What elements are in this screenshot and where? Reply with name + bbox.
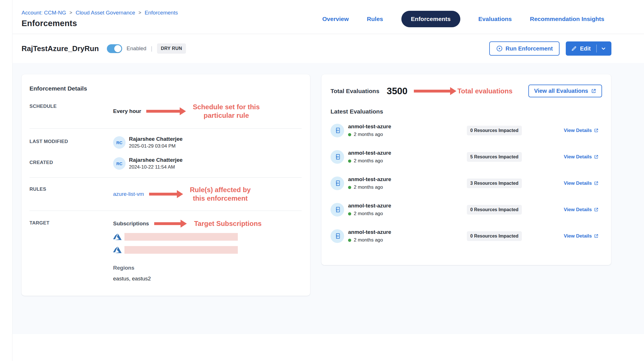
breadcrumb: Account: CCM-NG > Cloud Asset Governance… (22, 10, 178, 16)
avatar: RC (113, 157, 126, 170)
evaluation-name: anmol-test-azure (348, 229, 452, 235)
enforcement-toolbar: RajTestAzure_DryRun Enabled | DRY RUN Ru… (12, 34, 644, 63)
evaluation-time: 2 months ago (354, 184, 383, 190)
last-modified-name: Rajarshee Chatterjee (129, 136, 183, 142)
enforcement-details-card: Enforcement Details SCHEDULE Every hour … (22, 74, 310, 296)
external-link-icon (591, 88, 596, 94)
view-all-evaluations-button[interactable]: View all Evaluations (528, 85, 602, 97)
created-label: CREATED (29, 157, 113, 165)
play-circle-icon (496, 45, 503, 52)
external-link-icon (594, 154, 599, 159)
annotation-arrow (154, 222, 181, 225)
rule-link[interactable]: azure-list-vm (113, 191, 144, 197)
page-header: Account: CCM-NG > Cloud Asset Governance… (12, 0, 644, 34)
regions-label: Regions (113, 265, 262, 271)
subscription-row (113, 232, 262, 241)
page-title: Enforcements (22, 19, 178, 28)
nav-tabs: Overview Rules Enforcements Evaluations … (322, 11, 604, 27)
annotation-arrow (149, 193, 177, 196)
evaluation-row: anmol-test-azure 2 months ago 0 Resource… (328, 117, 602, 144)
breadcrumb-separator: > (139, 10, 141, 15)
evaluation-row: anmol-test-azure 2 months ago 5 Resource… (328, 144, 602, 170)
resources-impacted-badge: 0 Resources Impacted (467, 126, 522, 135)
external-link-icon (594, 234, 599, 238)
view-details-link[interactable]: View Details (564, 207, 599, 213)
evaluation-icon (331, 150, 344, 164)
breadcrumb-governance-link[interactable]: Cloud Asset Governance (76, 10, 135, 16)
run-enforcement-button[interactable]: Run Enforcement (489, 41, 560, 56)
tab-overview[interactable]: Overview (322, 16, 349, 22)
redacted-subscription-bar (124, 246, 238, 254)
schedule-value: Every hour (113, 108, 141, 114)
evaluation-row: anmol-test-azure 2 months ago 0 Resource… (328, 223, 602, 249)
view-details-link[interactable]: View Details (564, 128, 599, 133)
created-name: Rajarshee Chatterjee (129, 157, 183, 163)
total-evaluations-value: 3500 (387, 86, 407, 96)
redacted-subscription-bar (124, 233, 238, 241)
external-link-icon (594, 128, 599, 133)
resources-impacted-badge: 0 Resources Impacted (467, 205, 522, 215)
enabled-toggle[interactable] (107, 44, 122, 53)
evaluation-row: anmol-test-azure 2 months ago 3 Resource… (328, 170, 602, 196)
evaluation-time: 2 months ago (354, 132, 383, 137)
view-details-link[interactable]: View Details (564, 233, 599, 239)
view-details-link[interactable]: View Details (564, 154, 599, 160)
tab-evaluations[interactable]: Evaluations (478, 16, 512, 22)
resources-impacted-badge: 5 Resources Impacted (467, 152, 522, 162)
evaluation-time: 2 months ago (354, 158, 383, 164)
tab-recommendation-insights[interactable]: Recommendation Insights (530, 16, 604, 22)
chevron-down-icon[interactable] (601, 46, 606, 51)
enforcement-name: RajTestAzure_DryRun (22, 44, 99, 53)
tab-rules[interactable]: Rules (367, 16, 383, 22)
breadcrumb-enforcements-link[interactable]: Enforcements (145, 10, 178, 16)
avatar: RC (113, 136, 126, 149)
status-dot-icon (348, 239, 351, 242)
total-evaluations-label: Total Evaluations (331, 88, 379, 95)
evaluation-time: 2 months ago (354, 211, 383, 217)
edit-label: Edit (580, 45, 591, 52)
schedule-label: SCHEDULE (29, 103, 113, 109)
evaluation-name: anmol-test-azure (348, 123, 452, 130)
view-details-link[interactable]: View Details (564, 180, 599, 186)
last-modified-label: LAST MODIFIED (29, 136, 113, 144)
latest-evaluations-title: Latest Evaluations (331, 108, 602, 115)
status-dot-icon (348, 133, 351, 136)
total-annotation: Total evaluations (457, 87, 512, 95)
last-modified-person: RC Rajarshee Chatterjee 2025-01-29 03:04… (113, 136, 183, 149)
evaluation-name: anmol-test-azure (348, 150, 452, 156)
divider (596, 45, 597, 53)
pencil-icon (571, 45, 577, 52)
resources-impacted-badge: 0 Resources Impacted (467, 231, 522, 241)
evaluation-icon (331, 229, 344, 243)
run-enforcement-label: Run Enforcement (506, 45, 553, 52)
evaluation-icon (331, 124, 344, 137)
workspace: Enforcement Details SCHEDULE Every hour … (12, 63, 644, 334)
resources-impacted-badge: 3 Resources Impacted (467, 179, 522, 188)
annotation-arrow (146, 110, 180, 113)
view-all-evaluations-label: View all Evaluations (534, 88, 588, 94)
schedule-annotation: Schedule set for this particular rule (193, 103, 260, 120)
evaluation-icon (331, 203, 344, 217)
created-date: 2024-10-22 11:54 AM (129, 164, 183, 170)
breadcrumb-separator: > (69, 10, 72, 15)
status-dot-icon (348, 212, 351, 215)
details-card-title: Enforcement Details (29, 85, 302, 92)
subscriptions-label: Subscriptions (113, 221, 149, 227)
azure-icon (113, 245, 122, 254)
evaluation-icon (331, 177, 344, 190)
subscription-row (113, 245, 262, 254)
evaluation-time: 2 months ago (354, 237, 383, 243)
toggle-status-label: Enabled (127, 45, 147, 52)
tab-enforcements[interactable]: Enforcements (401, 11, 460, 27)
evaluation-row: anmol-test-azure 2 months ago 0 Resource… (328, 196, 602, 223)
external-link-icon (594, 181, 599, 186)
rules-annotation: Rule(s) affected by this enforcement (190, 186, 251, 203)
regions-value: eastus, eastus2 (113, 276, 262, 282)
status-dot-icon (348, 186, 351, 189)
edit-button[interactable]: Edit (566, 41, 611, 56)
evaluations-card: Total Evaluations 3500 Total evaluations… (321, 74, 611, 265)
breadcrumb-account-link[interactable]: Account: CCM-NG (22, 10, 66, 16)
target-annotation: Target Subscriptions (194, 219, 262, 228)
last-modified-date: 2025-01-29 03:04 PM (129, 143, 183, 149)
dry-run-badge: DRY RUN (157, 43, 186, 54)
